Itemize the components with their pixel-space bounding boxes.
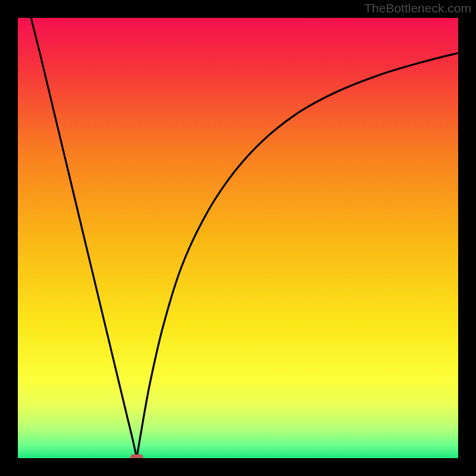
chart-frame: TheBottleneck.com xyxy=(0,0,476,476)
minimum-marker xyxy=(130,455,143,459)
chart-svg xyxy=(18,18,458,458)
plot-area xyxy=(18,18,458,458)
watermark-text: TheBottleneck.com xyxy=(364,1,471,15)
